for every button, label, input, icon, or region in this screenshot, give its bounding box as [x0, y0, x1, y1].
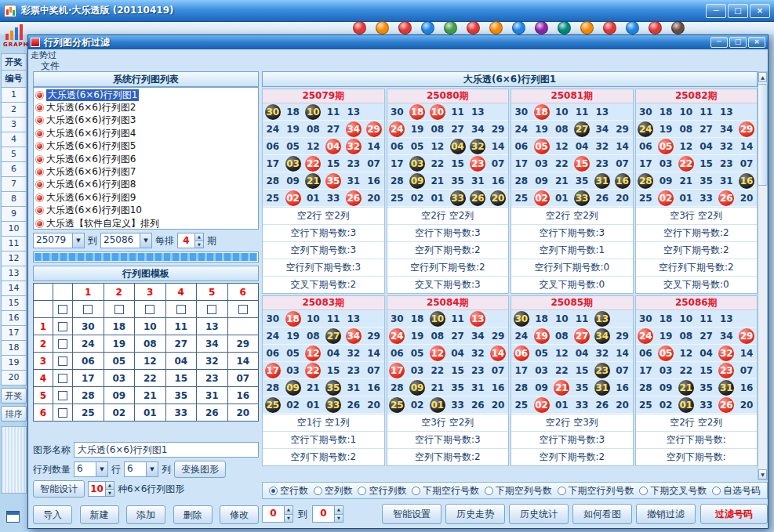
spin-down-icon[interactable]: ▼ — [285, 515, 293, 523]
filter-option[interactable]: 下期交叉号数 — [639, 484, 707, 498]
radio-icon[interactable] — [712, 487, 721, 495]
filter-option[interactable]: 下期空行列号数 — [558, 484, 634, 498]
transform-graph-button[interactable]: 变换图形 — [174, 461, 226, 478]
spin-up-icon[interactable]: ▲ — [195, 233, 203, 241]
dropdown-arrow-icon[interactable]: ▼ — [146, 462, 158, 476]
lottery-ball-icon[interactable] — [535, 21, 548, 34]
spin-down-icon[interactable]: ▼ — [106, 490, 114, 497]
checkbox[interactable] — [58, 339, 67, 349]
scrollbar-track[interactable] — [758, 82, 767, 469]
lottery-ball-icon[interactable] — [444, 21, 457, 34]
lottery-ball-icon[interactable] — [603, 21, 616, 34]
graph-name-input[interactable]: 大乐透(6×6)行列图1 — [74, 442, 259, 458]
layout-list-item[interactable]: 大乐透(6×6)行列图3 — [34, 114, 258, 127]
radio-icon[interactable] — [358, 487, 366, 495]
layout-list-item[interactable]: 大乐透(6×6)行列图4 — [34, 127, 258, 139]
period-to-select[interactable]: 25086 ▼ — [100, 233, 152, 248]
bottom-button[interactable]: 历史走势 — [445, 504, 505, 524]
filter-option[interactable]: 下期空行号数 — [412, 484, 479, 498]
radio-icon[interactable] — [412, 487, 420, 495]
draw-button[interactable]: 开奖 — [1, 388, 27, 404]
scroll-down-icon[interactable]: ▼ — [758, 469, 767, 480]
spin-down-icon[interactable]: ▼ — [195, 241, 203, 248]
lottery-ball-icon[interactable] — [512, 21, 525, 34]
trend-filter-tab[interactable]: 走势过 — [31, 50, 56, 60]
action-button[interactable]: 导入 — [33, 505, 72, 524]
layout-list-item[interactable]: 大乐透(6×6)行列图6 — [34, 153, 258, 165]
checkbox[interactable] — [58, 322, 67, 331]
filter-option[interactable]: 空列数 — [314, 484, 353, 498]
dropdown-arrow-icon[interactable]: ▼ — [72, 233, 84, 248]
lottery-ball-icon[interactable] — [376, 21, 389, 34]
radio-icon[interactable] — [314, 487, 322, 495]
menu-file[interactable]: 文件 — [36, 60, 64, 71]
layout-list-item[interactable]: 大乐透(6×6)行列图2 — [34, 101, 258, 114]
lottery-ball-icon[interactable] — [421, 21, 434, 34]
scroll-up-icon[interactable]: ▲ — [758, 72, 767, 82]
sort-button[interactable]: 排序 — [1, 406, 27, 422]
layout-list-item[interactable]: 大乐透(6×6)行列图9 — [34, 191, 258, 204]
dialog-close-icon[interactable]: × — [748, 37, 765, 48]
layout-list-item[interactable]: 大乐透(6×6)行列图7 — [34, 165, 258, 178]
filter-to-spinner[interactable]: 0 ▲ ▼ — [312, 505, 343, 523]
bottom-button[interactable]: 如何看图 — [572, 504, 632, 524]
spin-up-icon[interactable]: ▲ — [335, 506, 343, 515]
filter-option[interactable]: 空行数 — [269, 484, 308, 498]
checkbox[interactable] — [58, 408, 67, 418]
spin-up-icon[interactable]: ▲ — [285, 506, 293, 515]
bottom-button[interactable]: 历史统计 — [509, 504, 569, 524]
lottery-ball-icon[interactable] — [398, 21, 412, 34]
scrollbar-thumb[interactable] — [758, 84, 768, 186]
filter-option[interactable]: 空行列数 — [358, 484, 406, 498]
radio-icon[interactable] — [558, 487, 566, 495]
action-button[interactable]: 修改 — [220, 505, 259, 524]
checkbox[interactable] — [58, 374, 67, 383]
layout-list-item[interactable]: 大乐透(6×6)行列图1 — [34, 89, 258, 101]
layout-list-item[interactable]: 大乐透(6×6)行列图10 — [34, 204, 258, 217]
lottery-ball-icon[interactable] — [558, 21, 571, 34]
lottery-ball-icon[interactable] — [580, 21, 594, 34]
checkbox[interactable] — [58, 305, 67, 314]
checkbox[interactable] — [58, 356, 67, 366]
smart-design-spinner[interactable]: 10 ▲ ▼ — [88, 481, 114, 497]
per-row-spinner[interactable]: 4 ▲ ▼ — [177, 233, 204, 248]
checkbox[interactable] — [207, 305, 216, 314]
minimize-icon[interactable]: ─ — [706, 4, 726, 18]
action-button[interactable]: 添加 — [126, 505, 165, 524]
spin-up-icon[interactable]: ▲ — [106, 482, 114, 490]
lottery-ball-icon[interactable] — [353, 21, 366, 34]
dropdown-arrow-icon[interactable]: ▼ — [140, 233, 151, 248]
radio-icon[interactable] — [269, 487, 278, 495]
lottery-ball-icon[interactable] — [671, 21, 685, 34]
spin-down-icon[interactable]: ▼ — [335, 515, 343, 523]
rows-select[interactable]: 6 ▼ — [74, 461, 108, 477]
dialog-maximize-icon[interactable]: □ — [729, 37, 747, 48]
lottery-ball-icon[interactable] — [489, 21, 503, 34]
checkbox[interactable] — [238, 305, 248, 314]
maximize-icon[interactable]: □ — [728, 4, 748, 18]
smart-design-button[interactable]: 智能设计 — [33, 480, 85, 498]
radio-icon[interactable] — [639, 487, 648, 495]
dropdown-arrow-icon[interactable]: ▼ — [96, 462, 107, 476]
filter-numbers-button[interactable]: 过滤号码 — [700, 504, 768, 524]
action-button[interactable]: 删除 — [173, 505, 213, 524]
checkbox[interactable] — [58, 391, 67, 400]
radio-icon[interactable] — [485, 487, 493, 495]
checkbox[interactable] — [145, 305, 154, 314]
filter-option[interactable]: 下期空列号数 — [485, 484, 552, 498]
lottery-ball-icon[interactable] — [649, 21, 662, 34]
layout-list-item[interactable]: 大乐透(6×6)行列图5 — [34, 140, 258, 153]
filter-option[interactable]: 自选号码 — [712, 484, 761, 498]
scrollbar[interactable]: ▲ ▼ — [758, 71, 768, 480]
bottom-button[interactable]: 智能设置 — [382, 504, 442, 524]
period-from-select[interactable]: 25079 ▼ — [33, 233, 85, 248]
checkbox[interactable] — [114, 305, 124, 314]
lottery-ball-icon[interactable] — [467, 21, 480, 34]
dialog-minimize-icon[interactable]: ─ — [710, 37, 728, 48]
cols-select[interactable]: 6 ▼ — [124, 461, 158, 477]
filter-from-spinner[interactable]: 0 ▲ ▼ — [262, 505, 293, 523]
bottom-button[interactable]: 撤销过滤 — [636, 504, 696, 524]
lottery-ball-icon[interactable] — [626, 21, 639, 34]
checkbox[interactable] — [83, 305, 93, 314]
checkbox[interactable] — [176, 305, 186, 314]
